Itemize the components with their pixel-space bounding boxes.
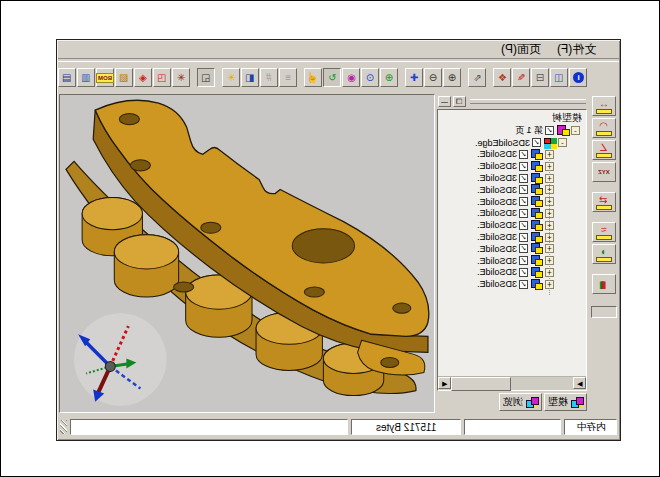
coordinate-label-button[interactable]: XYZ [592, 162, 616, 182]
document-window-button[interactable]: ◱ [197, 68, 215, 87]
scroll-left-button[interactable]: ◀ [438, 377, 451, 389]
visibility-checkbox[interactable]: ✓ [532, 138, 541, 147]
visibility-checkbox[interactable]: ✓ [519, 244, 528, 253]
distance-dimension-icon: ⇄ [599, 195, 607, 204]
orbit-view-button[interactable]: ◉ [342, 68, 360, 87]
visibility-checkbox[interactable]: ✓ [519, 197, 528, 206]
report-button[interactable]: ▤ [58, 68, 76, 87]
tree-row-solid[interactable]: 3DSolidE.✓+ [438, 255, 586, 267]
tree-row-assembly[interactable]: 3DSolidEdge.✓- [438, 137, 586, 149]
expander-toggle[interactable]: + [545, 244, 554, 253]
tab-browse[interactable]: 浏览 [499, 393, 542, 411]
zoom-out-icon: ⊖ [429, 70, 437, 86]
tree-row-solid[interactable]: 3DSolidE.✓+ [438, 149, 586, 161]
expander-toggle[interactable]: + [545, 174, 554, 183]
panel-minimize-button[interactable]: — [438, 96, 451, 107]
expander-toggle[interactable]: + [545, 280, 554, 289]
select-cursor-button[interactable]: ⇖ [468, 68, 486, 87]
resize-grip[interactable] [60, 420, 67, 434]
visibility-checkbox[interactable]: ✓ [519, 221, 528, 230]
visibility-checkbox[interactable]: ✓ [519, 150, 528, 159]
tree-row-solid[interactable]: 3DSolidE.✓+ [438, 267, 586, 279]
pan-button[interactable]: ☝ [304, 68, 322, 87]
visibility-checkbox[interactable]: ✓ [545, 126, 554, 135]
volume-measure-button[interactable]: ▮ [592, 274, 616, 294]
check-icon: ✓ [520, 186, 527, 194]
expander-toggle[interactable]: + [545, 233, 554, 242]
expander-toggle[interactable]: + [545, 256, 554, 265]
scroll-right-button[interactable]: ▶ [573, 377, 586, 389]
tree-horizontal-scrollbar[interactable]: ◀ ▶ [438, 376, 586, 390]
insert-object-button[interactable]: ◳ [153, 68, 171, 87]
expander-toggle[interactable]: + [545, 185, 554, 194]
expander-toggle[interactable]: + [545, 150, 554, 159]
status-message-field [70, 419, 348, 435]
layers-icon: ≡ [285, 70, 291, 86]
visibility-checkbox[interactable]: ✓ [519, 256, 528, 265]
tree-row-solid[interactable]: 3DSolidE.✓+ [438, 208, 586, 220]
tree-row-solid[interactable]: 3DSolidE.✓+ [438, 278, 586, 290]
zoom-dynamic-button[interactable]: ⊙ [361, 68, 379, 87]
tools-button[interactable]: ✳ [172, 68, 190, 87]
zoom-window-button[interactable]: ⊕ [380, 68, 398, 87]
render-settings-button[interactable]: ❖ [493, 68, 511, 87]
print-button[interactable]: ⊟ [531, 68, 549, 87]
visibility-checkbox[interactable]: ✓ [519, 209, 528, 218]
panel-restore-button[interactable]: ❐ [453, 96, 466, 107]
visibility-checkbox[interactable]: ✓ [519, 162, 528, 171]
expander-toggle[interactable]: - [571, 126, 580, 135]
tree-row-page[interactable]: 第 1 页✓- [438, 125, 586, 137]
dimension-button[interactable]: # [260, 68, 278, 87]
visibility-checkbox[interactable]: ✓ [519, 233, 528, 242]
tree-row-solid[interactable]: 3DSolidE.✓+ [438, 160, 586, 172]
expander-toggle[interactable]: + [545, 209, 554, 218]
circular-array-button[interactable]: ◈ [134, 68, 152, 87]
area-measure-button[interactable]: ◗ [592, 244, 616, 264]
expander-toggle[interactable]: + [545, 221, 554, 230]
visibility-checkbox[interactable]: ✓ [519, 185, 528, 194]
tree-row-solid[interactable]: 3DSolidE.✓+ [438, 184, 586, 196]
scroll-left-icon: ◀ [442, 379, 447, 388]
tree-row-solid[interactable]: 3DSolidE.✓+ [438, 243, 586, 255]
about-info-button[interactable]: i [569, 68, 587, 87]
scrollbar-thumb[interactable] [451, 377, 511, 391]
tree-row-solid[interactable]: 3DSolidE.✓+ [438, 172, 586, 184]
visibility-checkbox[interactable]: ✓ [519, 268, 528, 277]
tree-row-solid[interactable]: 3DSolidE.✓+ [438, 219, 586, 231]
radius-dimension-button[interactable]: ◠ [592, 118, 616, 138]
circular-array-icon: ◈ [139, 70, 147, 86]
visibility-checkbox[interactable]: ✓ [519, 174, 528, 183]
annotate-pen-button[interactable]: ✎ [512, 68, 530, 87]
check-icon: ✓ [520, 281, 527, 289]
solid-view-button[interactable]: ◧ [241, 68, 259, 87]
menu-item-file[interactable]: 文件(F) [557, 41, 596, 58]
zoom-out-button[interactable]: ⊖ [424, 68, 442, 87]
expander-toggle[interactable]: + [545, 197, 554, 206]
tree-row-solid[interactable]: 3DSolidE.✓+ [438, 231, 586, 243]
expander-toggle[interactable]: + [545, 162, 554, 171]
angle-dimension-button[interactable]: ∠ [592, 140, 616, 160]
tree-row-solid[interactable]: 3DSolidE.✓+ [438, 196, 586, 208]
bom-table-button[interactable]: BOM [96, 68, 114, 87]
viewport-3d[interactable] [59, 94, 435, 413]
move-view-button[interactable]: ✚ [405, 68, 423, 87]
light-bulb-button[interactable]: ☀ [222, 68, 240, 87]
curve-length-button[interactable]: ≈ [592, 222, 616, 242]
zoom-in-button[interactable]: ⊕ [443, 68, 461, 87]
visibility-checkbox[interactable]: ✓ [519, 280, 528, 289]
library-button[interactable]: ▧ [115, 68, 133, 87]
expander-toggle[interactable]: - [558, 138, 567, 147]
linear-dimension-button[interactable]: ↔ [592, 96, 616, 116]
menu-item-page[interactable]: 页面(P) [501, 41, 541, 58]
panel-drag-handle[interactable] [470, 99, 586, 104]
layers-button[interactable]: ≡ [279, 68, 297, 87]
print-preview-button[interactable]: ◫ [550, 68, 568, 87]
coordinate-label-icon: XYZ [598, 168, 610, 177]
tab-model[interactable]: 模型 [544, 393, 587, 411]
expander-toggle[interactable]: + [545, 268, 554, 277]
scrollbar-track[interactable] [511, 377, 573, 390]
find-document-button[interactable]: ▥ [77, 68, 95, 87]
distance-dimension-button[interactable]: ⇄ [592, 192, 616, 212]
solid-icon [530, 184, 543, 195]
rotate-view-button[interactable]: ↻ [323, 68, 341, 87]
